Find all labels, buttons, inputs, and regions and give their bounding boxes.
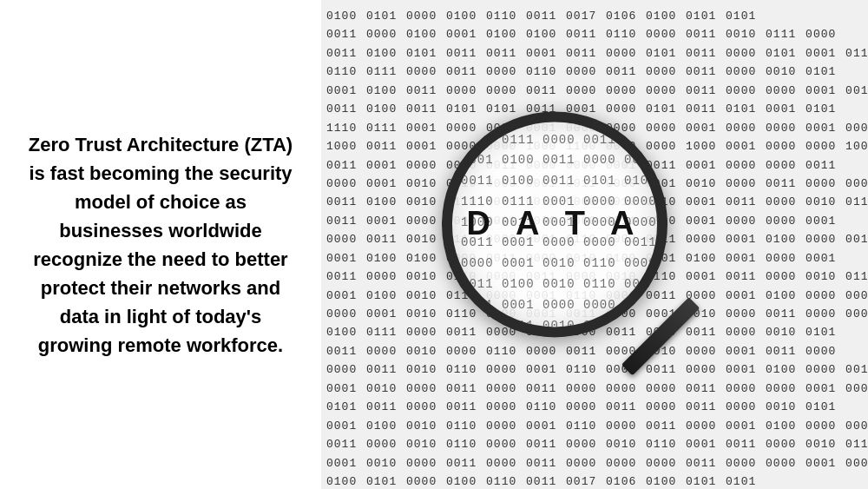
- magnifier-container: 0110 0111 0000 0011 0000 0110 0000 0011 …: [442, 111, 720, 389]
- magnifier-glass: 0110 0111 0000 0011 0000 0110 0000 0011 …: [442, 111, 667, 337]
- main-text: Zero Trust Architecture (ZTA) is fast be…: [26, 130, 295, 360]
- right-panel: 0100 0101 0000 0100 0110 0011 0017 0106 …: [321, 0, 868, 489]
- data-label: D A T A: [467, 205, 643, 242]
- left-panel: Zero Trust Architecture (ZTA) is fast be…: [0, 0, 321, 489]
